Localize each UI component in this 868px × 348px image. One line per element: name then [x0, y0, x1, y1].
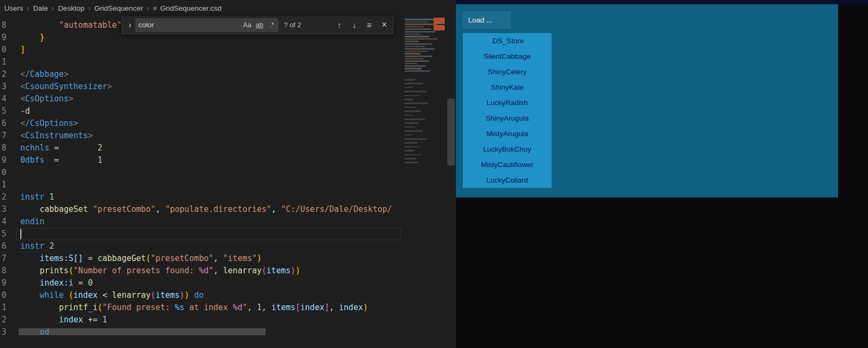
toggle-replace-chevron-icon[interactable]: › — [126, 20, 134, 30]
code-line[interactable]: 0 — [0, 167, 404, 179]
minimap-code-bar — [405, 38, 438, 40]
line-number: 2 — [1, 191, 6, 203]
minimap-code-bar — [405, 48, 435, 50]
load-button[interactable]: Load ... — [463, 11, 511, 29]
preset-list-item[interactable]: SilentCabbage — [463, 49, 552, 64]
minimap-code-bar — [405, 53, 421, 54]
minimap-code-bar — [405, 26, 424, 28]
code-line[interactable]: 3<CsoundSynthesizer> — [0, 81, 404, 93]
whole-word-label: ab — [256, 21, 264, 29]
breadcrumb-item[interactable]: Users — [4, 4, 23, 12]
code-line[interactable]: 6instr 2 — [0, 240, 404, 252]
code-line[interactable]: 9 index:i = 0 — [0, 277, 404, 289]
code-text: instr 2 — [20, 240, 54, 252]
minimap-code-bar — [405, 95, 420, 97]
code-line[interactable]: 8nchnls = 2 — [0, 142, 404, 154]
minimap-code-bar — [405, 107, 416, 108]
horizontal-scrollbar[interactable] — [19, 328, 266, 335]
code-line[interactable]: 1 printf_i("Found preset: %s at index %d… — [0, 302, 404, 314]
find-input[interactable] — [135, 21, 242, 29]
code-text: <CsoundSynthesizer> — [20, 81, 112, 93]
preset-list-item[interactable]: ShinyCelery — [463, 64, 552, 80]
code-line[interactable]: 2 index += 1 — [0, 314, 404, 326]
code-line[interactable]: 90dbfs = 1 — [0, 154, 404, 167]
minimap-code-bar — [405, 19, 436, 20]
code-text: <CsInstruments> — [20, 130, 92, 142]
preset-list-item[interactable]: MistyCauliflower — [463, 157, 552, 172]
breadcrumb: Users›Dale›Desktop›GridSequencer›≡GridSe… — [0, 0, 456, 16]
minimap[interactable] — [404, 16, 446, 348]
code-line[interactable]: 7<CsInstruments> — [0, 130, 404, 142]
find-results-count: ? of 2 — [284, 21, 301, 29]
minimap-code-bar — [405, 158, 416, 160]
line-number: 1 — [1, 56, 6, 68]
find-widget: › Aa ab .* ? of 2 ↑ ↓ ≡ × — [122, 16, 393, 34]
code-line[interactable]: 4<CsOptions> — [0, 93, 404, 105]
next-match-button[interactable]: ↓ — [348, 19, 361, 31]
preset-list-item[interactable]: ShinyArugula — [463, 110, 552, 126]
minimap-code-bar — [405, 46, 425, 48]
code-line[interactable]: 6</CsOptions> — [0, 117, 404, 130]
vertical-scrollbar-thumb[interactable] — [447, 99, 455, 165]
minimap-code-bar — [405, 41, 418, 42]
code-line[interactable]: 0] — [0, 44, 404, 56]
line-number: 2 — [1, 314, 6, 326]
line-number: 3 — [1, 81, 6, 93]
line-number: 8 — [1, 142, 6, 154]
minimap-code-bar — [405, 65, 426, 67]
code-line[interactable]: 2instr 1 — [0, 191, 404, 203]
code-text: instr 1 — [20, 191, 54, 203]
minimap-code-bar — [405, 150, 414, 152]
code-line[interactable]: 1 — [0, 179, 404, 191]
breadcrumb-item[interactable]: GridSequencer — [95, 4, 143, 12]
vertical-scrollbar[interactable] — [447, 16, 456, 348]
minimap-code-bar — [405, 99, 414, 100]
preset-list-item[interactable]: LuckyCollard — [463, 172, 552, 188]
breadcrumb-separator-icon: › — [52, 4, 55, 12]
code-line[interactable]: 8 prints("Number of presets found: %d", … — [0, 265, 404, 277]
minimap-code-bar — [405, 63, 417, 65]
breadcrumb-separator-icon: › — [27, 4, 29, 12]
code-line[interactable]: 7 items:S[] = cabbageGet("presetCombo", … — [0, 252, 404, 265]
code-text: </Cabbage> — [20, 68, 68, 81]
breadcrumb-item[interactable]: Desktop — [58, 4, 84, 12]
minimap-code-bar — [405, 56, 432, 57]
preset-list-item[interactable]: ShinyKale — [463, 80, 552, 95]
code-line[interactable]: 1 — [0, 56, 404, 68]
screen: Users›Dale›Desktop›GridSequencer›≡GridSe… — [0, 0, 868, 348]
minimap-code-bar — [405, 51, 428, 52]
line-number: 5 — [1, 228, 6, 240]
code-text: nchnls = 2 — [20, 142, 103, 154]
regex-toggle[interactable]: .* — [266, 19, 277, 30]
code-line[interactable]: 0 while (index < lenarray(items)) do — [0, 289, 404, 302]
minimap-code-bar — [405, 126, 415, 128]
previous-match-button[interactable]: ↑ — [333, 19, 346, 31]
code-line[interactable]: 4endin — [0, 216, 404, 228]
minimap-code-bar — [405, 79, 415, 81]
close-find-button[interactable]: × — [378, 19, 391, 31]
match-case-toggle[interactable]: Aa — [242, 19, 253, 30]
preset-list-item[interactable]: LuckyRadish — [463, 95, 552, 110]
minimap-code-bar — [405, 118, 425, 120]
code-area[interactable]: 8 "automatable"9 }0]12</Cabbage>3<Csound… — [0, 16, 404, 348]
minimap-code-bar — [405, 162, 418, 163]
find-in-selection-button[interactable]: ≡ — [363, 19, 376, 31]
code-line[interactable]: 5-d — [0, 105, 404, 117]
code-line[interactable]: 3 cabbageSet "presetCombo", "populate.di… — [0, 203, 404, 216]
preset-list-item[interactable]: .DS_Store — [463, 33, 552, 49]
code-text: -d — [20, 105, 30, 117]
breadcrumb-separator-icon: › — [146, 4, 149, 12]
preset-list-item[interactable]: LuckyBokChoy — [463, 141, 552, 157]
line-number: 5 — [1, 105, 6, 117]
minimap-code-bar — [405, 36, 429, 37]
minimap-search-marker — [433, 18, 445, 24]
code-line[interactable]: 2</Cabbage> — [0, 68, 404, 81]
code-line[interactable]: 5 — [0, 228, 404, 240]
whole-word-toggle[interactable]: ab — [254, 19, 265, 30]
breadcrumb-item[interactable]: GridSequencer.csd — [160, 4, 222, 12]
code-text: while (index < lenarray(items)) do — [20, 289, 204, 302]
breadcrumb-item[interactable]: Dale — [33, 4, 48, 12]
minimap-code-bar — [405, 138, 427, 140]
plugin-title-strip — [456, 0, 868, 4]
preset-list-item[interactable]: MistyArugula — [463, 126, 552, 141]
